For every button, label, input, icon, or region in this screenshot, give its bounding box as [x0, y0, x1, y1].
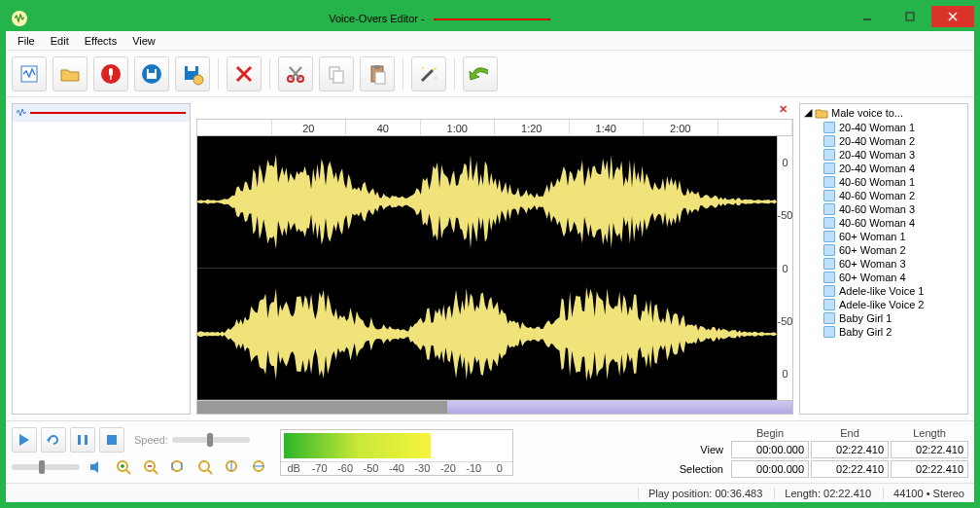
zoom-out-button[interactable] — [140, 456, 161, 478]
tree-item[interactable]: 60+ Woman 1 — [823, 230, 967, 243]
menubar: File Edit Effects View — [6, 31, 974, 51]
close-track-icon[interactable]: ✕ — [779, 103, 788, 119]
tree-item[interactable]: 40-60 Woman 1 — [823, 175, 967, 189]
effects-button[interactable] — [411, 56, 446, 91]
zoom-sel-button[interactable] — [167, 456, 189, 478]
svg-marker-31 — [47, 437, 50, 443]
zoom-in-button[interactable] — [113, 456, 134, 478]
preset-icon — [823, 299, 835, 310]
save-button[interactable] — [134, 56, 169, 91]
app-icon — [12, 11, 27, 26]
svg-rect-12 — [188, 66, 195, 71]
preset-icon — [823, 149, 835, 161]
status-length: 02:22.410 — [823, 488, 871, 499]
undo-button[interactable] — [463, 56, 498, 91]
preset-icon — [823, 176, 835, 188]
tree-item[interactable]: Baby Girl 1 — [823, 311, 967, 325]
preset-icon — [823, 217, 835, 229]
preset-icon — [823, 272, 835, 283]
menu-file[interactable]: File — [10, 33, 43, 49]
svg-rect-6 — [109, 68, 113, 76]
svg-rect-10 — [149, 69, 155, 73]
folder-icon — [815, 107, 828, 119]
tree-item[interactable]: 40-60 Woman 3 — [823, 202, 967, 216]
speed-slider[interactable] — [172, 437, 250, 443]
tree-root[interactable]: ◢ Male voice to... — [800, 104, 967, 121]
svg-rect-1 — [906, 13, 914, 20]
volume-slider[interactable] — [12, 464, 80, 470]
record-button[interactable] — [93, 56, 128, 91]
sel-begin-input[interactable] — [731, 460, 809, 478]
tree-item[interactable]: 40-60 Woman 2 — [823, 189, 967, 202]
voice-preset-tree[interactable]: ◢ Male voice to... 20-40 Woman 120-40 Wo… — [799, 103, 968, 415]
view-end-input[interactable] — [811, 441, 889, 458]
sel-end-input[interactable] — [811, 460, 889, 478]
speed-label: Speed: — [134, 434, 168, 446]
svg-point-27 — [435, 77, 437, 79]
pause-button[interactable] — [70, 427, 95, 453]
track-list[interactable] — [12, 103, 191, 415]
menu-effects[interactable]: Effects — [77, 33, 124, 49]
window-title: Voice-Overs Editor - — [33, 12, 846, 25]
tree-item[interactable]: 20-40 Woman 4 — [823, 162, 967, 175]
tree-item[interactable]: Baby Girl 2 — [823, 325, 967, 339]
play-button[interactable] — [12, 427, 37, 453]
svg-marker-30 — [19, 434, 29, 446]
tree-item[interactable]: 20-40 Woman 1 — [823, 121, 967, 134]
maximize-button[interactable] — [889, 6, 931, 27]
save-as-button[interactable] — [175, 56, 210, 91]
sel-length-input[interactable] — [891, 460, 968, 478]
preset-icon — [823, 135, 835, 147]
waveform-scrollbar[interactable] — [196, 401, 793, 415]
copy-button[interactable] — [319, 56, 354, 91]
stop-button[interactable] — [99, 427, 124, 453]
svg-point-13 — [193, 75, 203, 85]
delete-button[interactable] — [227, 56, 262, 91]
track-row[interactable] — [13, 104, 190, 122]
open-button[interactable] — [52, 56, 88, 91]
zoom-fit-button[interactable] — [194, 456, 216, 478]
row-view-label: View — [671, 444, 729, 455]
loop-button[interactable] — [41, 427, 66, 453]
zoom-h-button[interactable] — [249, 456, 270, 478]
svg-rect-34 — [107, 435, 117, 445]
preset-icon — [823, 258, 835, 270]
toolbar — [6, 51, 974, 97]
paste-button[interactable] — [360, 56, 395, 91]
view-begin-input[interactable] — [731, 441, 809, 458]
col-end: End — [811, 427, 889, 439]
time-ruler[interactable]: 20401:001:201:402:00 — [196, 119, 793, 136]
status-channels: Stereo — [933, 488, 964, 499]
preset-icon — [823, 231, 835, 242]
new-button[interactable] — [12, 56, 47, 91]
col-length: Length — [891, 427, 968, 439]
tree-item[interactable]: 20-40 Woman 3 — [823, 148, 967, 162]
cut-button[interactable] — [278, 56, 313, 91]
waveform-right[interactable] — [197, 269, 777, 401]
view-length-input[interactable] — [891, 441, 968, 458]
row-sel-label: Selection — [671, 463, 729, 475]
preset-icon — [823, 285, 835, 297]
svg-rect-33 — [85, 435, 88, 445]
speaker-icon[interactable] — [86, 456, 107, 478]
waveform-left[interactable] — [197, 136, 777, 269]
svg-rect-32 — [78, 435, 81, 445]
tree-item[interactable]: 60+ Woman 3 — [823, 257, 967, 271]
menu-view[interactable]: View — [124, 33, 163, 49]
preset-icon — [823, 244, 835, 256]
minimize-button[interactable] — [846, 6, 889, 27]
svg-line-25 — [422, 70, 433, 81]
close-button[interactable] — [931, 6, 974, 27]
tree-item[interactable]: Adele-like Voice 1 — [823, 284, 967, 298]
waveform-display[interactable]: 0-500-500 — [196, 136, 793, 401]
menu-edit[interactable]: Edit — [43, 33, 77, 49]
tree-item[interactable]: 60+ Woman 4 — [823, 271, 967, 284]
tree-item[interactable]: 60+ Woman 2 — [823, 243, 967, 257]
tree-item[interactable]: 20-40 Woman 2 — [823, 134, 967, 148]
titlebar: Voice-Overs Editor - — [6, 6, 974, 31]
selection-grid: Begin End Length View Selection — [671, 427, 968, 478]
svg-rect-24 — [375, 72, 385, 84]
tree-item[interactable]: 40-60 Woman 4 — [823, 216, 967, 230]
zoom-v-button[interactable] — [222, 456, 243, 478]
tree-item[interactable]: Adele-like Voice 2 — [823, 298, 967, 311]
